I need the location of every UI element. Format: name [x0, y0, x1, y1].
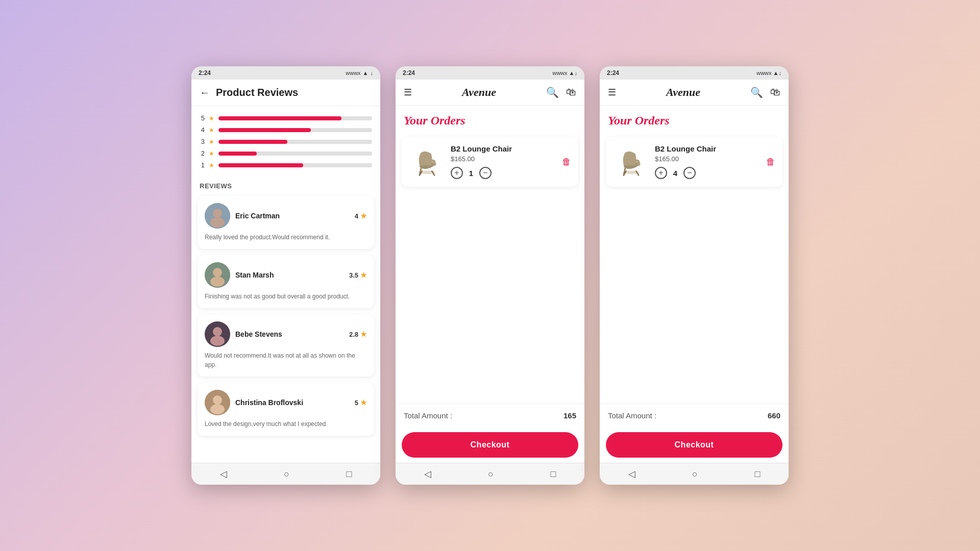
nav-recents-2[interactable]: □ [550, 469, 556, 480]
signals-1: wwwx ▲ ↓ [346, 70, 373, 76]
order-name-3: B2 Lounge Chair [655, 144, 760, 153]
review-text-1: Finishing was not as good but overall a … [205, 292, 367, 301]
rating-num-1: 1 [200, 161, 205, 169]
review-header-0: Eric Cartman 4 ★ [205, 203, 367, 229]
avatar-0 [205, 203, 230, 229]
delete-button-3[interactable]: 🗑 [766, 157, 775, 167]
reviewer-name-2: Bebe Stevens [235, 330, 282, 338]
bar-fill-2 [218, 152, 257, 156]
orders-title-3: Your Orders [600, 106, 789, 133]
qty-decrement-3[interactable]: − [683, 167, 696, 179]
rating-star-2: ★ [360, 330, 367, 338]
rating-star-0: ★ [360, 212, 367, 220]
nav-home-1[interactable]: ○ [284, 469, 289, 480]
menu-icon-3[interactable]: ☰ [608, 87, 616, 98]
review-header-1: Stan Marsh 3.5 ★ [205, 262, 367, 288]
nav-recents-3[interactable]: □ [754, 469, 760, 480]
reviews-section-label: REVIEWS [191, 177, 380, 193]
nav-home-2[interactable]: ○ [488, 469, 494, 480]
rating-row-2: 2 ★ [200, 149, 372, 157]
qty-decrement-2[interactable]: − [479, 167, 492, 179]
order-info-3: B2 Lounge Chair $165.00 + 4 − [655, 144, 760, 179]
reviewer-info-0: Eric Cartman 4 ★ [235, 212, 367, 220]
rating-star-3: ★ [360, 398, 367, 407]
rating-badge-2: 2.8 ★ [349, 330, 367, 338]
status-bar-1: 2:24 wwwx ▲ ↓ [191, 66, 380, 80]
rating-value-1: 3.5 [349, 271, 358, 279]
nav-home-3[interactable]: ○ [692, 469, 698, 480]
checkout-button-3[interactable]: Checkout [606, 432, 782, 458]
order-card-3: B2 Lounge Chair $165.00 + 4 − 🗑 [606, 137, 782, 187]
reviews-header: ← Product Reviews [191, 80, 380, 106]
review-text-3: Loved the design,very much what I expect… [205, 419, 367, 429]
nav-back-1[interactable]: ◁ [220, 468, 227, 480]
cart-icon-2[interactable]: 🛍 [566, 86, 576, 98]
rating-num-4: 4 [200, 126, 205, 134]
qty-increment-2[interactable]: + [451, 167, 463, 179]
order-info-2: B2 Lounge Chair $165.00 + 1 − [451, 144, 556, 179]
star-1: ★ [209, 162, 214, 169]
review-text-0: Really loved the product.Would recommend… [205, 233, 367, 242]
avatar-svg-1 [205, 262, 230, 288]
nav-back-2[interactable]: ◁ [424, 468, 431, 480]
svg-point-1 [213, 209, 222, 218]
bar-track-3 [218, 140, 372, 144]
phone-1: 2:24 wwwx ▲ ↓ ← Product Reviews 5 ★ 4 ★ [191, 66, 380, 485]
search-icon-2[interactable]: 🔍 [546, 86, 559, 98]
reviewer-info-2: Bebe Stevens 2.8 ★ [235, 330, 367, 338]
nav-recents-1[interactable]: □ [346, 469, 352, 480]
svg-point-4 [213, 268, 222, 277]
svg-point-11 [210, 404, 225, 414]
cart-icon-3[interactable]: 🛍 [770, 86, 780, 98]
review-text-2: Would not recommend.It was not at all as… [205, 351, 367, 369]
reviewer-name-0: Eric Cartman [235, 212, 280, 220]
review-card-3: Christina Broflovski 5 ★ Loved the desig… [198, 383, 374, 436]
bottom-nav-1: ◁ ○ □ [191, 463, 380, 485]
delete-button-2[interactable]: 🗑 [562, 157, 571, 167]
back-button[interactable]: ← [200, 87, 210, 98]
bar-fill-3 [218, 140, 287, 144]
rating-bars-section: 5 ★ 4 ★ 3 ★ 2 ★ [191, 106, 380, 177]
avenue-header-3: ☰ Avenue 🔍 🛍 [600, 80, 789, 106]
phone-2: 2:24 wwwx ▲↓ ☰ Avenue 🔍 🛍 Your Orders [396, 66, 584, 485]
avatar-svg-3 [205, 390, 230, 415]
header-icons-2: 🔍 🛍 [546, 86, 576, 98]
avatar-2 [205, 321, 230, 347]
review-header-3: Christina Broflovski 5 ★ [205, 390, 367, 415]
phone-1-content: ← Product Reviews 5 ★ 4 ★ 3 ★ [191, 80, 380, 463]
avenue-logo-3: Avenue [666, 86, 700, 99]
status-bar-3: 2:24 wwwx ▲↓ [600, 66, 789, 80]
nav-back-3[interactable]: ◁ [628, 468, 635, 480]
rating-badge-1: 3.5 ★ [349, 271, 367, 279]
order-card-2: B2 Lounge Chair $165.00 + 1 − 🗑 [402, 137, 578, 187]
svg-point-10 [213, 395, 222, 405]
bar-track-4 [218, 128, 372, 132]
chair-svg-3 [615, 145, 648, 179]
qty-increment-3[interactable]: + [655, 167, 667, 179]
search-icon-3[interactable]: 🔍 [750, 86, 763, 98]
qty-value-2: 1 [467, 169, 475, 178]
bar-track-2 [218, 152, 372, 156]
chair-svg-2 [410, 145, 444, 179]
reviewer-name-3: Christina Broflovski [235, 398, 303, 407]
bar-track-1 [218, 163, 372, 167]
avatar-svg-2 [205, 321, 230, 347]
rating-badge-0: 4 ★ [355, 212, 367, 220]
header-icons-3: 🔍 🛍 [750, 86, 780, 98]
menu-icon-2[interactable]: ☰ [404, 87, 412, 98]
bar-fill-4 [218, 128, 311, 132]
order-actions-2: + 1 − [451, 167, 556, 179]
total-value-2: 165 [564, 411, 576, 420]
bottom-nav-2: ◁ ○ □ [396, 463, 584, 485]
qty-value-3: 4 [671, 169, 679, 178]
star-3: ★ [209, 138, 214, 145]
avatar-svg-0 [205, 203, 230, 229]
signals-2: wwwx ▲↓ [552, 70, 577, 76]
checkout-button-2[interactable]: Checkout [402, 432, 578, 458]
avatar-3 [205, 390, 230, 415]
order-footer-2: Total Amount : 165 [396, 404, 584, 427]
rating-row-1: 1 ★ [200, 161, 372, 169]
bar-fill-1 [218, 163, 303, 167]
orders-title-2: Your Orders [396, 106, 584, 133]
review-card-1: Stan Marsh 3.5 ★ Finishing was not as go… [198, 255, 374, 308]
